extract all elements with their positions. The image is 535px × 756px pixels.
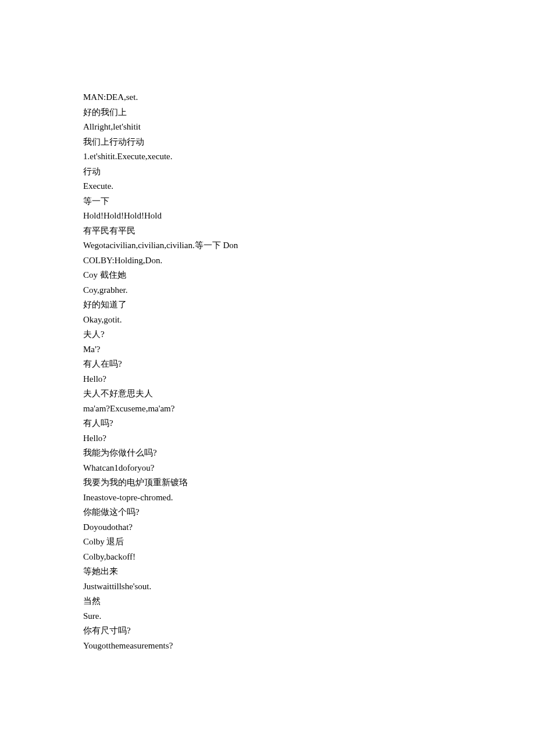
transcript-line: MAN:DEA,set.: [83, 90, 535, 105]
transcript-line: Hello?: [83, 431, 535, 446]
transcript-line: Justwaittillshe'sout.: [83, 579, 535, 594]
transcript-line: Allright,let'shitit: [83, 120, 535, 135]
transcript-line: Ma'?: [83, 342, 535, 357]
transcript-line: Execute.: [83, 179, 535, 194]
transcript-line: Wegotacivilian,civilian,civilian.等一下 Don: [83, 238, 535, 253]
transcript-line: Colby,backoff!: [83, 550, 535, 565]
transcript-line: 我要为我的电炉顶重新镀珞: [83, 475, 535, 490]
transcript-line: 你有尺寸吗?: [83, 624, 535, 639]
transcript-line: 有平民有平民: [83, 224, 535, 239]
transcript-line: Coy,grabher.: [83, 283, 535, 298]
transcript-line: Sure.: [83, 609, 535, 624]
transcript-line: 1.et'shitit.Execute,xecute.: [83, 149, 535, 164]
transcript-line: 我能为你做什么吗?: [83, 446, 535, 461]
transcript-line: Whatcan1doforyou?: [83, 461, 535, 476]
transcript-line: 你能做这个吗?: [83, 505, 535, 520]
transcript-line: 有人在吗?: [83, 357, 535, 372]
transcript-line: Hold!Hold!Hold!Hold: [83, 209, 535, 224]
transcript-line: 我们上行动行动: [83, 135, 535, 150]
transcript-line: 有人吗?: [83, 416, 535, 431]
transcript-line: Yougotthemeasurements?: [83, 639, 535, 654]
transcript-line: 行动: [83, 164, 535, 180]
transcript-line: Ineastove-topre-chromed.: [83, 490, 535, 506]
transcript-line: 夫人不好意思夫人: [83, 386, 535, 402]
transcript-line: Coy 截住她: [83, 268, 535, 283]
document-page: MAN:DEA,set. 好的我们上 Allright,let'shitit 我…: [0, 0, 535, 756]
transcript-line: ma'am?Excuseme,ma'am?: [83, 402, 535, 417]
transcript-line: 等她出来: [83, 564, 535, 579]
transcript-line: Okay,gotit.: [83, 313, 535, 328]
transcript-line: COLBY:Holding,Don.: [83, 253, 535, 268]
transcript-line: Doyoudothat?: [83, 520, 535, 535]
transcript-line: 好的知道了: [83, 298, 535, 313]
transcript-line: Colby 退后: [83, 535, 535, 550]
transcript-line: Hello?: [83, 372, 535, 387]
transcript-line: 等一下: [83, 194, 535, 209]
transcript-line: 好的我们上: [83, 105, 535, 120]
transcript-line: 夫人?: [83, 327, 535, 342]
transcript-line: 当然: [83, 594, 535, 609]
